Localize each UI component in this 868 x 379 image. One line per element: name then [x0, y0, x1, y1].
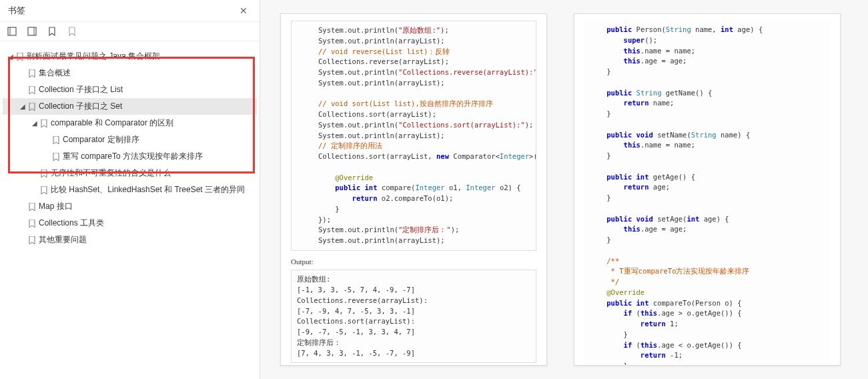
bookmark-item-icon: [28, 202, 36, 212]
document-viewer: System.out.println("原始数组:"); System.out.…: [260, 0, 868, 379]
document-page-1[interactable]: System.out.println("原始数组:"); System.out.…: [280, 13, 547, 366]
bookmark-icon[interactable]: [47, 26, 57, 37]
tree-label: 集合概述: [39, 67, 71, 79]
tree-label: Collection 子接口之 List: [39, 84, 123, 95]
tree-node[interactable]: 比较 HashSet、LinkedHashSet 和 TreeSet 三者的异同: [3, 181, 257, 198]
tree-label: 比较 HashSet、LinkedHashSet 和 TreeSet 三者的异同: [51, 184, 245, 196]
tree-node[interactable]: ◢Collection 子接口之 Set: [3, 98, 257, 115]
bookmark-item-icon: [28, 219, 36, 228]
sidebar-title: 书签: [8, 5, 25, 17]
document-page-2[interactable]: public Person(String name, int age) { su…: [574, 13, 841, 366]
bookmark-item-icon: [40, 185, 48, 195]
tree-label: 其他重要问题: [39, 234, 87, 246]
tree-label: Comparator 定制排序: [63, 134, 139, 145]
tree-label: 重写 compareTo 方法实现按年龄来排序: [63, 151, 203, 162]
tree-label: Map 接口: [39, 201, 73, 212]
toolbar-icon-2[interactable]: [27, 26, 37, 37]
tree-label: 无序性和不可重复性的含义是什么: [51, 167, 171, 179]
code-block-person-class: public Person(String name, int age) { su…: [584, 21, 830, 366]
tree-node[interactable]: 重写 compareTo 方法实现按年龄来排序: [3, 148, 257, 165]
toolbar-icon-1[interactable]: [7, 26, 17, 37]
bookmarks-sidebar: 书签 ✕ ◢剖析面试最常见问题之 Java 集合框架集合概述Collection…: [0, 0, 260, 379]
output-label: Output:: [291, 256, 536, 268]
tree-node[interactable]: 无序性和不可重复性的含义是什么: [3, 165, 257, 181]
sidebar-header: 书签 ✕: [0, 0, 260, 22]
bookmark-item-icon: [28, 69, 36, 78]
svg-rect-0: [8, 27, 16, 35]
tree-node-root[interactable]: ◢剖析面试最常见问题之 Java 集合框架: [3, 48, 257, 65]
bookmark-item-icon: [52, 152, 60, 161]
close-icon[interactable]: ✕: [236, 4, 252, 17]
code-block-main: System.out.println("原始数组:"); System.out.…: [291, 21, 536, 251]
tree-label: Collection 子接口之 Set: [39, 101, 122, 112]
sidebar-toolbar: [0, 22, 260, 41]
svg-rect-2: [28, 27, 36, 35]
bookmark-item-icon: [28, 85, 36, 95]
bookmark-item-icon: [40, 169, 48, 178]
tree-node[interactable]: ◢comparable 和 Comparator 的区别: [3, 115, 257, 131]
tree-label: 剖析面试最常见问题之 Java 集合框架: [27, 51, 160, 62]
bookmark-item-icon: [28, 102, 36, 111]
tree-label: Collections 工具类: [39, 218, 104, 229]
tree-node[interactable]: Collections 工具类: [3, 215, 257, 232]
bookmark-item-icon: [52, 135, 60, 145]
tree-node[interactable]: 其他重要问题: [3, 232, 257, 248]
bookmark-item-icon: [28, 236, 36, 245]
tree-node[interactable]: Map 接口: [3, 198, 257, 215]
bookmark-tree: ◢剖析面试最常见问题之 Java 集合框架集合概述Collection 子接口之…: [0, 41, 260, 255]
output-block: 原始数组: [-1, 3, 3, -5, 7, 4, -9, -7] Colle…: [291, 270, 536, 363]
bookmark-outline-icon[interactable]: [67, 26, 77, 37]
bookmark-item-icon: [40, 119, 48, 128]
tree-node[interactable]: 集合概述: [3, 65, 257, 81]
tree-label: comparable 和 Comparator 的区别: [51, 117, 173, 129]
tree-node[interactable]: Collection 子接口之 List: [3, 81, 257, 98]
bookmark-item-icon: [16, 52, 24, 61]
tree-node[interactable]: Comparator 定制排序: [3, 131, 257, 148]
